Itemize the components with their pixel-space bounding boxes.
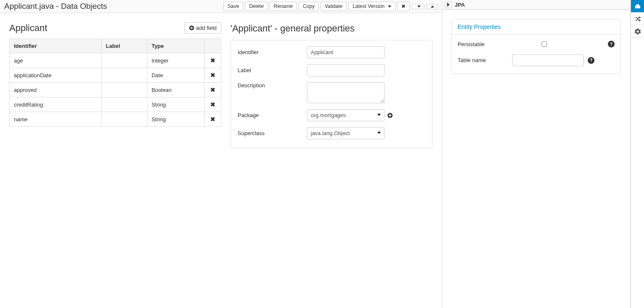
description-label: Description	[238, 82, 307, 89]
close-button[interactable]: ✖	[397, 2, 410, 11]
table-row[interactable]: ageInteger✖	[10, 53, 221, 68]
description-input[interactable]	[307, 82, 385, 103]
package-select[interactable]: org.mortgages	[307, 109, 385, 121]
general-props-panel: Identifier Label Description Package	[230, 40, 432, 148]
save-button[interactable]: Save	[223, 2, 243, 11]
cell-label	[102, 53, 147, 68]
x-icon: ✖	[401, 3, 406, 9]
right-panel-title: JPA	[455, 2, 465, 8]
package-label: Package	[238, 112, 307, 118]
fields-table: Identifier Label Type ageInteger✖applica…	[9, 39, 221, 127]
copy-button[interactable]: Copy	[298, 2, 319, 11]
more-down-button[interactable]	[411, 4, 425, 9]
chevron-right-icon	[447, 3, 450, 7]
cell-label	[102, 112, 147, 127]
table-name-input[interactable]	[512, 54, 584, 66]
cell-label	[102, 83, 147, 97]
table-name-label: Table name	[458, 57, 512, 63]
superclass-label: Superclass	[238, 130, 307, 136]
label-label: Label	[238, 67, 307, 73]
cell-label	[102, 68, 147, 83]
cell-type: Boolean	[147, 83, 204, 97]
superclass-select[interactable]: java.lang.Object	[307, 127, 385, 139]
plus-circle-icon	[189, 25, 194, 31]
col-label: Label	[102, 39, 147, 53]
toolbox-icon[interactable]	[631, 0, 644, 13]
svg-rect-7	[636, 4, 639, 5]
caret-down-icon	[388, 5, 391, 8]
caret-up-icon	[431, 5, 434, 8]
identifier-label: Identifier	[238, 49, 307, 55]
cell-identifier: creditRating	[10, 97, 102, 112]
table-name-help-icon[interactable]: ?	[588, 57, 594, 64]
cell-type: String	[147, 97, 204, 112]
svg-rect-2	[190, 28, 193, 29]
cell-label	[102, 97, 147, 112]
persistable-label: Persistable	[458, 41, 512, 47]
svg-rect-6	[635, 5, 640, 8]
remove-field-icon[interactable]: ✖	[210, 72, 215, 78]
expand-right-button[interactable]	[445, 1, 452, 8]
remove-field-icon[interactable]: ✖	[210, 86, 215, 93]
validate-button[interactable]: Validate	[320, 2, 346, 11]
cell-identifier: applicationDate	[10, 68, 102, 83]
table-row[interactable]: nameString✖	[10, 112, 221, 127]
general-props-title: 'Applicant' - general properties	[230, 22, 432, 40]
fields-panel: Applicant add field Identifier	[9, 22, 221, 127]
table-row[interactable]: approvedBoolean✖	[10, 83, 221, 97]
editor-toolbar: Save Delete Rename Copy Validate Latest …	[223, 2, 438, 11]
remove-field-icon[interactable]: ✖	[210, 57, 215, 64]
right-icon-bar	[631, 0, 644, 308]
add-field-label: add field	[196, 25, 217, 31]
entity-properties-link[interactable]: Entity Properties	[458, 23, 501, 30]
more-up-button[interactable]	[427, 4, 438, 9]
editor-header: Applicant.java - Data Objects Save Delet…	[0, 0, 442, 13]
add-package-button[interactable]	[387, 112, 393, 118]
svg-rect-5	[389, 115, 392, 116]
identifier-input[interactable]	[307, 46, 385, 58]
table-row[interactable]: applicationDateDate✖	[10, 68, 221, 83]
remove-field-icon[interactable]: ✖	[210, 116, 215, 123]
cell-type: Date	[147, 68, 204, 83]
col-type: Type	[147, 39, 204, 53]
entity-properties-panel: Entity Properties Persistable ? Table na…	[451, 19, 621, 74]
persistable-checkbox[interactable]	[542, 42, 547, 47]
editor-title: Applicant.java - Data Objects	[3, 2, 107, 11]
shuffle-icon[interactable]	[631, 13, 644, 25]
fields-panel-title: Applicant	[9, 23, 47, 34]
remove-field-icon[interactable]: ✖	[210, 101, 215, 108]
cell-identifier: approved	[10, 83, 102, 97]
gear-icon[interactable]	[631, 25, 644, 38]
add-field-button[interactable]: add field	[184, 22, 221, 34]
caret-down-icon	[417, 5, 421, 8]
cell-identifier: name	[10, 112, 102, 127]
table-row[interactable]: creditRatingString✖	[10, 97, 221, 112]
version-dropdown-label: Latest Version	[353, 3, 385, 9]
col-identifier: Identifier	[10, 39, 102, 53]
col-action	[204, 39, 221, 53]
delete-button[interactable]: Delete	[245, 2, 268, 11]
label-input[interactable]	[307, 64, 385, 76]
version-dropdown[interactable]: Latest Version	[348, 2, 395, 11]
cell-type: Integer	[147, 53, 204, 68]
rename-button[interactable]: Rename	[270, 2, 297, 11]
cell-type: String	[147, 112, 204, 127]
right-header: JPA	[442, 0, 630, 10]
persistable-help-icon[interactable]: ?	[608, 41, 615, 47]
cell-identifier: age	[10, 53, 102, 68]
